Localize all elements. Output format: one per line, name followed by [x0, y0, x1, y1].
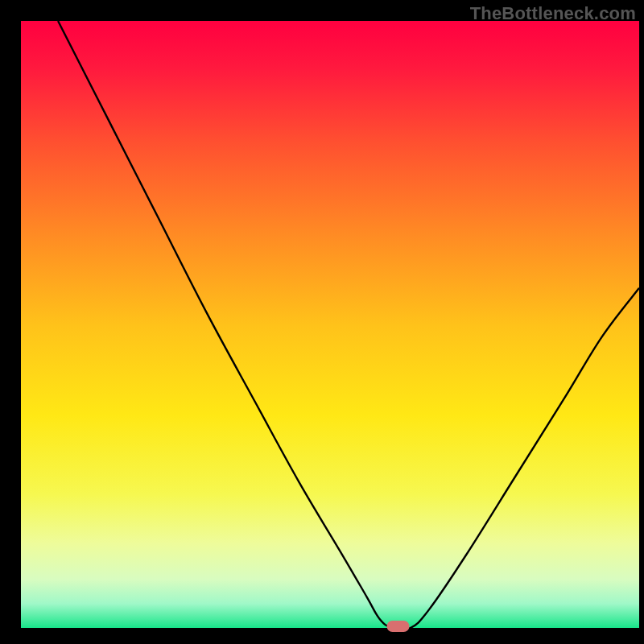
- chart-canvas: [0, 0, 644, 644]
- optimal-point-marker: [386, 621, 409, 632]
- plot-area: [21, 21, 639, 628]
- watermark: TheBottleneck.com: [470, 3, 636, 24]
- bottleneck-chart: TheBottleneck.com: [0, 0, 644, 644]
